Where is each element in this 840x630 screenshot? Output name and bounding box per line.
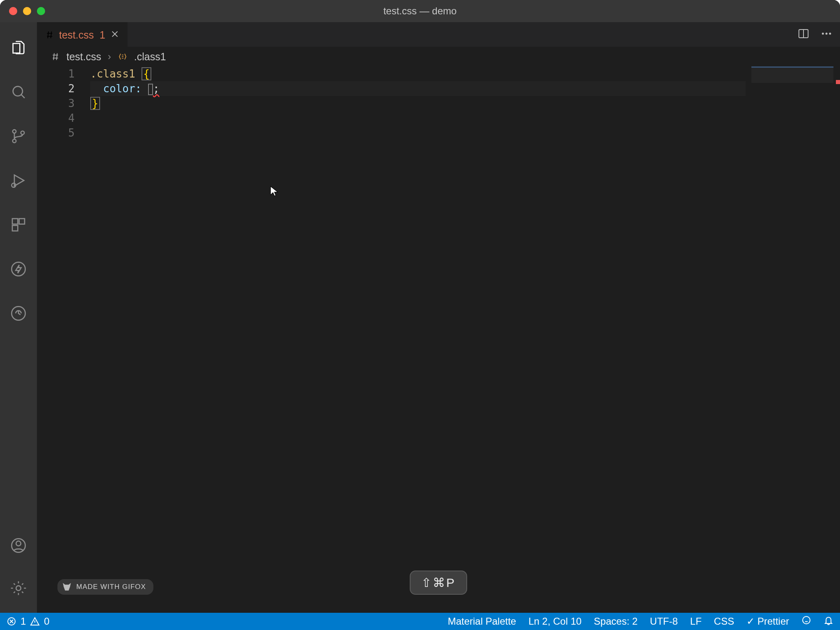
error-count: 1 [21,616,26,627]
close-icon [110,30,119,39]
bolt-icon [10,261,27,277]
status-problems[interactable]: 1 0 [7,616,50,627]
tab-actions [797,22,840,47]
svg-rect-6 [19,219,25,224]
svg-point-11 [16,541,21,546]
status-eol[interactable]: LF [690,616,702,627]
feedback-icon [801,615,811,625]
status-language[interactable]: CSS [714,616,734,627]
activity-bar [0,22,37,613]
svg-rect-7 [12,226,18,231]
activity-live-share[interactable] [7,302,30,325]
breadcrumb[interactable]: test.css › .class1 [37,47,840,66]
watermark-text: MADE WITH GIFOX [76,583,146,591]
warning-icon [30,616,40,626]
gear-icon [10,580,27,596]
minimap[interactable] [751,66,833,83]
tab-dirty-badge: 1 [100,29,105,41]
gifox-watermark: MADE WITH GIFOX [57,579,153,595]
settings-button[interactable] [7,577,30,600]
keyboard-shortcut-toast: ⇧⌘P [410,571,467,595]
mouse-pointer-icon [269,185,280,199]
tab-test-css[interactable]: test.css 1 [37,22,128,47]
account-button[interactable] [7,534,30,557]
split-icon [797,27,810,40]
code-line [90,126,840,140]
title-bar: test.css — demo [0,0,840,22]
window-body: test.css 1 test.css [0,22,840,613]
svg-point-12 [16,586,21,591]
activity-bolt[interactable] [7,258,30,281]
activity-bottom [7,534,30,613]
status-cursor-pos[interactable]: Ln 2, Col 10 [528,616,581,627]
breadcrumb-symbol: .class1 [134,51,166,63]
svg-point-1 [13,130,16,133]
code-line: color: ; [90,81,840,96]
status-indent[interactable]: Spaces: 2 [594,616,638,627]
line-number: 5 [37,126,75,140]
status-encoding[interactable]: UTF-8 [650,616,678,627]
line-number: 3 [37,96,75,111]
warning-count: 0 [44,616,49,627]
svg-point-2 [13,139,16,143]
editor-group: test.css 1 test.css [37,22,840,613]
search-icon [10,84,27,100]
breadcrumb-file: test.css [66,51,101,63]
code-editor[interactable]: 1 2 3 4 5 .class1 { color: ; } [37,66,840,613]
ellipsis-icon [820,27,833,40]
code-area[interactable]: .class1 { color: ; } [90,66,840,613]
line-number: 1 [37,66,75,81]
extensions-icon [10,217,27,233]
svg-point-8 [11,262,25,276]
code-line: .class1 { [90,66,840,81]
tab-bar: test.css 1 [37,22,840,47]
fox-icon [62,582,72,592]
debug-icon [10,172,27,189]
svg-point-15 [826,33,828,35]
status-formatter[interactable]: Prettier [746,616,789,627]
css-rule-icon [118,52,128,62]
traffic-lights [9,7,45,15]
svg-rect-5 [12,219,18,224]
line-number: 2 [37,81,75,96]
branch-icon [10,128,27,144]
css-file-icon [45,30,54,39]
svg-point-16 [829,33,831,35]
code-line: } [90,96,840,111]
window-title: test.css — demo [383,5,457,17]
chevron-right-icon: › [108,51,111,62]
account-icon [10,537,27,554]
status-extension[interactable]: Material Palette [448,616,516,627]
activity-explorer[interactable] [7,36,30,59]
svg-point-14 [822,33,824,35]
activity-search[interactable] [7,80,30,103]
status-feedback[interactable] [801,615,811,628]
line-number: 4 [37,111,75,126]
tab-filename: test.css [59,29,94,41]
svg-point-3 [21,131,24,135]
bell-icon [824,615,833,625]
window: test.css — demo [0,0,840,630]
gutter: 1 2 3 4 5 [37,66,90,613]
minimize-window-button[interactable] [23,7,31,15]
zoom-window-button[interactable] [37,7,45,15]
activity-source-control[interactable] [7,125,30,148]
status-bar: 1 0 Material Palette Ln 2, Col 10 Spaces… [0,613,840,630]
activity-extensions[interactable] [7,213,30,236]
text-cursor [148,84,153,95]
error-icon [7,616,16,626]
close-tab-button[interactable] [110,29,119,41]
status-notifications[interactable] [824,615,833,628]
css-file-icon [51,52,60,61]
live-share-icon [10,305,27,322]
svg-point-0 [13,87,23,96]
close-window-button[interactable] [9,7,17,15]
svg-point-18 [803,616,810,624]
files-icon [10,39,27,56]
more-actions-button[interactable] [820,27,833,41]
split-editor-button[interactable] [797,27,810,41]
code-line [90,111,840,126]
activity-run-debug[interactable] [7,169,30,192]
